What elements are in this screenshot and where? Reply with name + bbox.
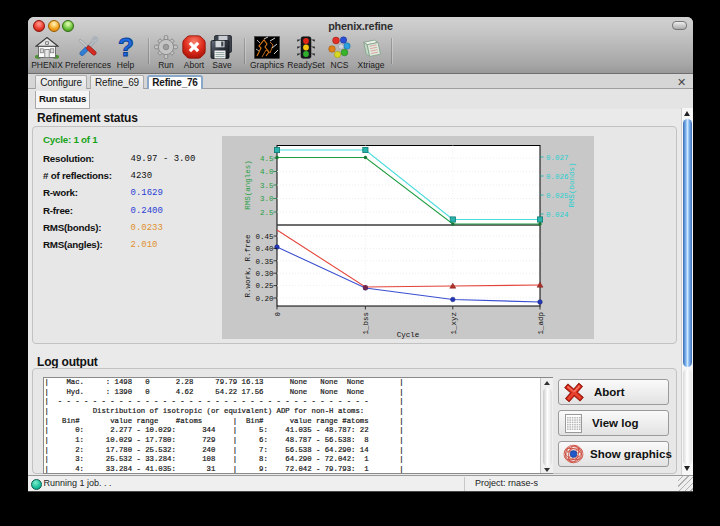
svg-text:R.work, R.free: R.work, R.free bbox=[244, 234, 252, 297]
svg-text:0.026: 0.026 bbox=[546, 173, 569, 181]
svg-text:Cycle: Cycle bbox=[397, 331, 420, 339]
svg-text:RMS(bonds): RMS(bonds) bbox=[568, 162, 576, 207]
svg-text:0.30: 0.30 bbox=[255, 270, 274, 278]
svg-text:0: 0 bbox=[274, 312, 282, 317]
svg-text:4.0: 4.0 bbox=[260, 168, 274, 176]
svg-text:0.40: 0.40 bbox=[255, 245, 274, 253]
svg-text:?: ? bbox=[118, 36, 134, 59]
svg-text:RMS(angles): RMS(angles) bbox=[244, 160, 252, 210]
svg-text:0.027: 0.027 bbox=[546, 154, 569, 162]
svg-text:0.25: 0.25 bbox=[255, 282, 274, 290]
svg-text:3.5: 3.5 bbox=[260, 182, 274, 190]
svg-text:2.5: 2.5 bbox=[260, 209, 274, 217]
svg-text:1_xyz: 1_xyz bbox=[450, 312, 458, 335]
svg-text:1_bss: 1_bss bbox=[362, 312, 370, 335]
svg-text:0.20: 0.20 bbox=[255, 295, 274, 303]
svg-text:3.0: 3.0 bbox=[260, 195, 274, 203]
svg-text:0.35: 0.35 bbox=[255, 258, 274, 266]
svg-text:0.45: 0.45 bbox=[255, 233, 274, 241]
svg-text:0.025: 0.025 bbox=[546, 192, 569, 200]
svg-text:1_adp: 1_adp bbox=[537, 312, 545, 335]
svg-text:0.024: 0.024 bbox=[546, 211, 569, 219]
svg-text:4.5: 4.5 bbox=[260, 155, 274, 163]
